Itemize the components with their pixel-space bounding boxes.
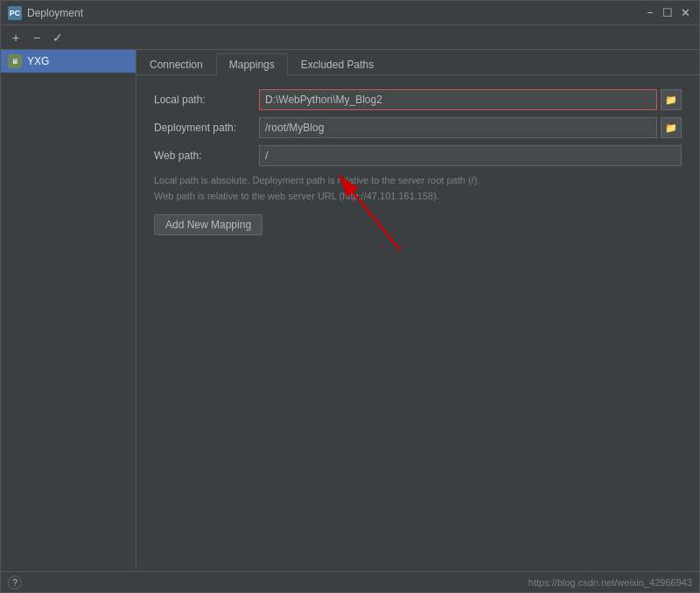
window-title: Deployment: [27, 7, 643, 19]
local-path-input-wrapper: 📁: [259, 89, 682, 110]
help-button[interactable]: ?: [8, 576, 22, 590]
mappings-tab-content: Local path: 📁 Deployment path: 📁: [136, 75, 699, 571]
web-path-row: Web path:: [154, 145, 682, 166]
apply-button[interactable]: ✓: [48, 28, 67, 47]
window-controls: − ☐ ✕: [643, 6, 692, 20]
tab-mappings[interactable]: Mappings: [216, 53, 288, 75]
tab-excluded-paths[interactable]: Excluded Paths: [288, 53, 387, 75]
web-path-input-wrapper: [259, 145, 682, 166]
add-new-mapping-button[interactable]: Add New Mapping: [154, 214, 262, 235]
help-text-line2: Web path is relative to the web server U…: [154, 189, 682, 205]
tabs-bar: Connection Mappings Excluded Paths: [136, 50, 699, 75]
app-icon: PC: [8, 6, 22, 20]
main-content: 🖥 YXG Connection Mappings Excluded Paths: [1, 50, 699, 571]
sidebar-item-yxg[interactable]: 🖥 YXG: [1, 50, 136, 73]
help-text: Local path is absolute. Deployment path …: [154, 173, 682, 204]
local-path-browse-button[interactable]: 📁: [661, 89, 682, 110]
web-path-label: Web path:: [154, 150, 259, 162]
deployment-path-browse-button[interactable]: 📁: [661, 117, 682, 138]
title-bar: PC Deployment − ☐ ✕: [1, 1, 699, 25]
close-button[interactable]: ✕: [678, 6, 692, 20]
bottom-bar-url: https://blog.csdn.net/weixin_42966943: [528, 577, 692, 588]
local-path-label: Local path:: [154, 94, 259, 106]
bottom-bar: ? https://blog.csdn.net/weixin_42966943: [1, 571, 699, 592]
deployment-path-row: Deployment path: 📁: [154, 117, 682, 138]
minimize-button[interactable]: −: [643, 6, 657, 20]
sidebar: 🖥 YXG: [1, 50, 136, 571]
deployment-path-input-wrapper: 📁: [259, 117, 682, 138]
help-text-line1: Local path is absolute. Deployment path …: [154, 173, 682, 189]
add-server-button[interactable]: +: [6, 28, 25, 47]
sidebar-item-label: YXG: [27, 55, 49, 67]
maximize-button[interactable]: ☐: [661, 6, 675, 20]
deployment-path-input[interactable]: [259, 117, 657, 138]
remove-server-button[interactable]: −: [27, 28, 46, 47]
deployment-window: PC Deployment − ☐ ✕ + − ✓ 🖥 YXG Connect: [0, 0, 700, 593]
web-path-input[interactable]: [259, 145, 682, 166]
right-panel: Connection Mappings Excluded Paths Local…: [136, 50, 699, 571]
toolbar: + − ✓: [1, 25, 699, 50]
server-icon: 🖥: [8, 54, 22, 68]
tab-connection[interactable]: Connection: [136, 53, 216, 75]
local-path-row: Local path: 📁: [154, 89, 682, 110]
bottom-bar-left: ?: [8, 576, 22, 590]
local-path-input[interactable]: [259, 89, 657, 110]
deployment-path-label: Deployment path:: [154, 122, 259, 134]
